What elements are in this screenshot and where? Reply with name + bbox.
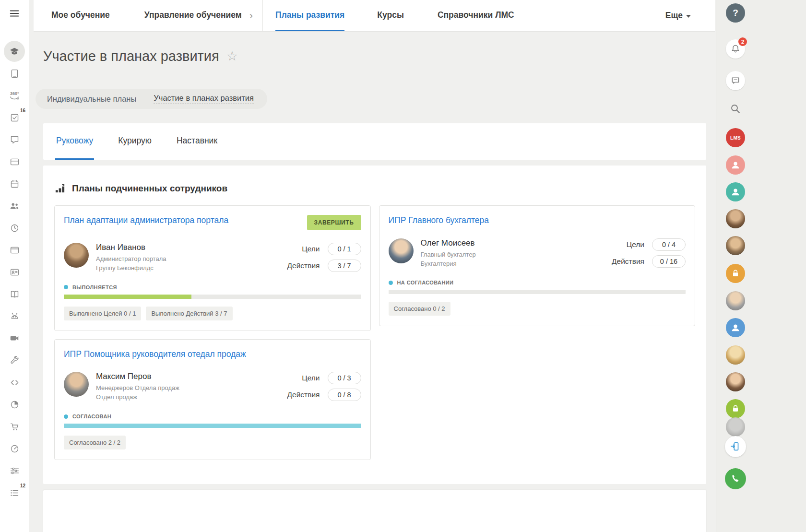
chat-icon (10, 135, 20, 145)
goals-label: Цели (302, 374, 320, 382)
finish-plan-button[interactable]: ЗАВЕРШИТЬ (307, 215, 361, 230)
status-dot (389, 281, 393, 285)
rail-item-courses[interactable] (0, 62, 29, 84)
book-icon (10, 289, 20, 299)
rail-item-360-feedback[interactable]: 360° (0, 84, 29, 106)
right-widget-rail: ? 2 LMS (716, 0, 806, 532)
contact-avatar-teal[interactable] (726, 182, 745, 201)
employee-avatar (389, 238, 414, 263)
locked-contact-green[interactable] (726, 399, 745, 418)
mobile-app-button[interactable] (725, 436, 746, 457)
rail-item-learning[interactable] (0, 40, 29, 62)
badge-card-icon (10, 267, 20, 277)
rail-item-bot[interactable] (0, 305, 29, 327)
rail-item-messages[interactable] (0, 129, 29, 151)
card-icon (10, 157, 20, 167)
rail-item-code[interactable] (0, 371, 29, 393)
rail-item-calendar[interactable] (0, 173, 29, 195)
locked-contact-orange[interactable] (726, 264, 745, 283)
rail-item-settings[interactable] (0, 460, 29, 482)
view-tab-plan-participation[interactable]: Участие в планах развития (154, 94, 254, 104)
employee-avatar (64, 243, 89, 268)
contact-avatar-photo[interactable] (726, 372, 745, 391)
growth-stairs-icon (55, 183, 66, 194)
contact-avatar-photo[interactable] (726, 236, 745, 255)
plan-title-link[interactable]: План адаптации администратора портала (64, 215, 228, 226)
progress-fill (64, 295, 191, 299)
rail-item-contacts[interactable] (0, 261, 29, 283)
rail-item-groups[interactable] (0, 195, 29, 217)
nav-more-menu[interactable]: Еще (665, 0, 691, 31)
role-tab-label: Руковожу (56, 136, 93, 146)
contact-avatar-photo[interactable] (726, 345, 745, 365)
help-button[interactable]: ? (726, 3, 745, 23)
person-icon (730, 322, 741, 333)
rail-item-history[interactable] (0, 217, 29, 239)
progress-bar (64, 424, 361, 428)
contact-avatar-photo[interactable] (726, 417, 745, 437)
call-button[interactable] (725, 468, 746, 489)
nav-divider (262, 0, 263, 31)
contact-avatar-blue[interactable] (726, 318, 745, 337)
nav-tab-development-plans[interactable]: Планы развития (275, 0, 344, 31)
rail-item-time-report[interactable] (0, 393, 29, 415)
rail-item-store[interactable] (0, 415, 29, 437)
support-chat-button[interactable] (726, 71, 745, 90)
lms-logo[interactable]: LMS (726, 128, 745, 147)
left-icon-rail: 360° 16 (0, 0, 29, 532)
device-exit-icon (730, 441, 741, 452)
role-tabs-panel: Руковожу Курирую Наставник (43, 123, 706, 160)
employee-avatar (64, 372, 89, 397)
video-camera-icon (9, 333, 20, 343)
rail-item-tasks[interactable]: 16 (0, 106, 29, 129)
role-tab-managing[interactable]: Руковожу (55, 123, 94, 160)
rail-item-goals[interactable] (0, 437, 29, 460)
svg-text:360°: 360° (10, 91, 19, 96)
lock-icon (731, 404, 740, 414)
top-navigation: Мое обучение Управление обучением › План… (34, 0, 715, 32)
employee-unit: Группу Беконфилдс (96, 264, 166, 273)
actions-label: Действия (612, 257, 644, 266)
contact-avatar-photo[interactable] (726, 209, 745, 228)
code-icon (10, 378, 20, 388)
rail-item-payments[interactable] (0, 151, 29, 173)
list-icon (10, 488, 20, 498)
nav-tab-my-learning[interactable]: Мое обучение (51, 0, 110, 31)
nav-expand-chevron[interactable]: › (249, 0, 253, 31)
contact-avatar-photo[interactable] (726, 291, 745, 310)
contact-avatar-pink[interactable] (726, 155, 745, 175)
role-tab-label: Курирую (118, 136, 152, 146)
nav-tab-lms-directories[interactable]: Справочники ЛМС (438, 0, 514, 31)
rail-item-tools[interactable] (0, 349, 29, 371)
rail-item-reports[interactable]: 12 (0, 482, 29, 504)
progress-tag: Согласовано 2 / 2 (64, 436, 126, 449)
actions-count-pill: 0 / 16 (652, 255, 686, 268)
goals-count-pill: 0 / 3 (328, 372, 361, 384)
goals-label: Цели (627, 240, 644, 249)
favorite-star-icon[interactable]: ☆ (226, 50, 238, 63)
calendar-icon (10, 179, 20, 189)
plan-title-link[interactable]: ИПР Помощника руководителя отедал продаж (64, 349, 246, 360)
nav-tab-courses[interactable]: Курсы (377, 0, 404, 31)
plan-cards-grid: План адаптации администратора портала ЗА… (43, 205, 706, 460)
plan-title-link[interactable]: ИПР Главного бухгалтера (389, 215, 489, 226)
view-tab-individual-plans[interactable]: Индивидуальные планы (47, 95, 136, 104)
hamburger-menu-button[interactable] (0, 0, 29, 27)
rail-item-video[interactable] (0, 327, 29, 349)
role-tab-mentor[interactable]: Наставник (176, 123, 218, 160)
notifications-button[interactable]: 2 (726, 39, 745, 59)
search-button[interactable] (726, 99, 745, 118)
graduation-cap-icon (9, 46, 20, 57)
rail-item-library[interactable] (0, 283, 29, 305)
phone-icon (730, 473, 741, 484)
role-tab-curating[interactable]: Курирую (117, 123, 153, 160)
rail-item-portal[interactable] (0, 239, 29, 261)
status-label: СОГЛАСОВАН (72, 414, 111, 419)
section-title: Планы подчиненных сотрудников (72, 183, 227, 194)
question-mark-icon: ? (733, 8, 738, 18)
nav-tab-learning-management[interactable]: Управление обучением (144, 0, 242, 31)
plan-card: ИПР Главного бухгалтера Олег Моисеев Гла… (379, 205, 696, 326)
notifications-count-badge: 2 (738, 37, 747, 46)
comment-icon (731, 76, 740, 85)
plan-stats: Цели0 / 4 Действия0 / 16 (612, 238, 686, 268)
